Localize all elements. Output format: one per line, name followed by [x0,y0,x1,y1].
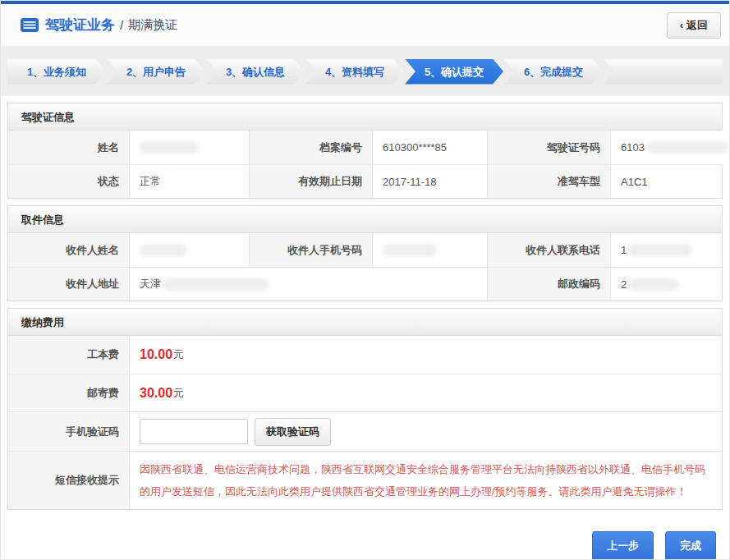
valid-until-value: 2017-11-18 [372,164,487,198]
footer-actions: 上一步 完成 [7,516,723,560]
fees-section-title: 缴纳费用 [8,309,722,336]
production-fee-label: 工本费 [8,336,129,374]
status-value: 正常 [129,164,249,198]
postage-fee-value: 30.00元 [129,374,722,411]
page-subtitle: 期满换证 [128,17,177,33]
finish-button[interactable]: 完成 [665,531,716,560]
postal-code-value: 2 [610,267,722,301]
pickup-section-title: 取件信息 [8,206,722,233]
license-no-value: 6103 [610,131,728,164]
license-info-section: 驾驶证信息 姓名 档案编号 610300****85 驾驶证号码 6103 状态… [7,103,723,199]
recipient-phone-value: 1 [610,233,722,267]
page-title: 驾驶证业务 [45,16,115,34]
sms-notice-label: 短信接收提示 [8,451,129,509]
license-section-title: 驾驶证信息 [8,103,722,131]
redacted-recipient-address [163,278,269,291]
redacted-recipient-phone [628,244,692,256]
recipient-mobile-label: 收件人手机号码 [249,233,372,267]
tab-step-5-active[interactable]: 5、确认提交 [405,59,503,85]
tab-step-1[interactable]: 1、业务须知 [7,59,106,85]
tab-step-3[interactable]: 3、确认信息 [206,59,305,85]
back-button-label: 返回 [686,19,708,31]
postage-fee-amount: 30.00 [140,386,172,401]
chevron-left-icon: ‹ [680,19,683,31]
step-tab-bar: 1、业务须知 2、用户申告 3、确认信息 4、资料填写 5、确认提交 6、完成提… [1,47,729,96]
license-list-icon [21,18,39,32]
breadcrumb-divider: / [120,18,123,32]
previous-step-button[interactable]: 上一步 [592,531,654,560]
fees-section: 缴纳费用 工本费 10.00元 邮寄费 30.00元 手机验证码 获取验证码 短… [7,308,723,510]
sms-notice-text: 因陕西省联通、电信运营商技术问题，陕西省互联网交通安全综合服务管理平台无法向持陕… [130,452,722,509]
postage-fee-unit: 元 [173,386,184,401]
postal-code-label: 邮政编码 [487,267,610,301]
get-sms-code-button[interactable]: 获取验证码 [255,418,331,446]
pickup-info-section: 取件信息 收件人姓名 收件人手机号码 收件人联系电话 1 收件人地址 天津 邮政… [7,205,723,301]
recipient-name-value [129,233,249,267]
production-fee-value: 10.00元 [129,336,722,374]
recipient-mobile-value [372,233,487,267]
page-header: 驾驶证业务 / 期满换证 ‹返回 [1,4,729,47]
vehicle-class-value: A1C1 [610,164,722,198]
redacted-recipient-mobile [383,244,437,256]
tab-step-2[interactable]: 2、用户申告 [107,59,205,85]
postage-fee-label: 邮寄费 [8,374,129,411]
vehicle-class-label: 准驾车型 [487,164,610,198]
sms-code-label: 手机验证码 [8,411,129,451]
name-label: 姓名 [8,131,129,164]
redacted-name [140,141,199,154]
redacted-license-no [646,141,728,154]
tab-bar-filler [604,59,723,85]
status-label: 状态 [8,164,129,198]
license-no-label: 驾驶证号码 [487,131,610,164]
recipient-address-value: 天津 [129,267,487,301]
redacted-postal-code [628,278,679,291]
recipient-name-label: 收件人姓名 [8,233,129,267]
recipient-address-label: 收件人地址 [8,267,129,301]
file-no-label: 档案编号 [249,131,372,164]
production-fee-amount: 10.00 [140,347,172,362]
sms-notice-cell: 因陕西省联通、电信运营商技术问题，陕西省互联网交通安全综合服务管理平台无法向持陕… [129,451,722,509]
sms-code-row: 获取验证码 [129,411,722,451]
file-no-value: 610300****85 [372,131,487,164]
main-content: 驾驶证信息 姓名 档案编号 610300****85 驾驶证号码 6103 状态… [1,96,729,560]
valid-until-label: 有效期止日期 [249,164,372,198]
back-button[interactable]: ‹返回 [667,12,721,39]
recipient-phone-label: 收件人联系电话 [487,233,610,267]
tab-step-4[interactable]: 4、资料填写 [305,59,404,85]
redacted-recipient-name [140,244,187,256]
tab-step-6[interactable]: 6、完成提交 [504,59,603,85]
sms-code-input[interactable] [140,419,248,444]
name-value [129,131,249,164]
production-fee-unit: 元 [173,347,184,362]
